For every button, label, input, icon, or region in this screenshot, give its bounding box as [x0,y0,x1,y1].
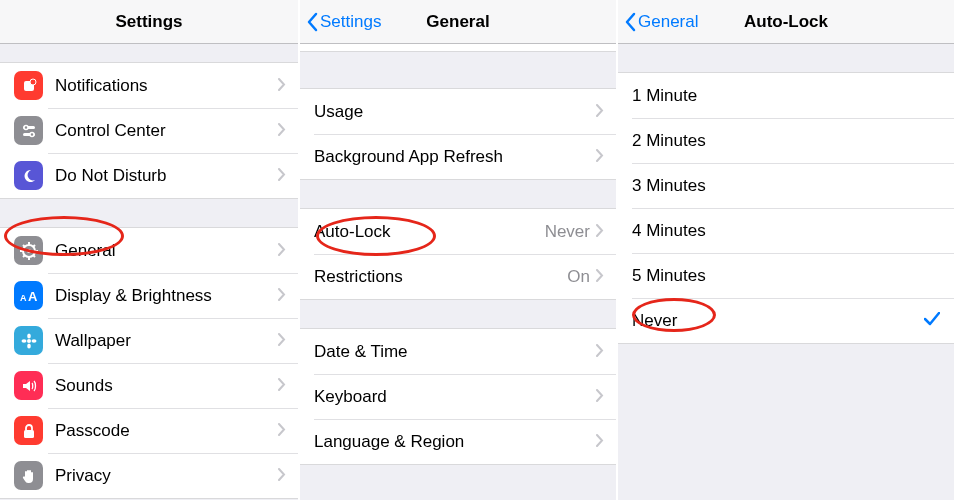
option-4-minutes[interactable]: 4 Minutes [618,208,954,253]
row-label: Display & Brightness [55,286,278,306]
row-privacy[interactable]: Privacy [0,453,298,498]
general-group-2: Auto-Lock Never Restrictions On [300,208,616,300]
chevron-left-icon [624,12,636,32]
row-auto-lock[interactable]: Auto-Lock Never [300,209,616,254]
svg-point-5 [30,132,34,136]
navbar-general: Settings General [300,0,616,44]
general-group-1: Usage Background App Refresh [300,88,616,180]
navbar-autolock: General Auto-Lock [618,0,954,44]
svg-point-22 [31,339,36,343]
nav-title: Settings [115,12,182,32]
svg-rect-23 [24,430,34,438]
svg-text:A: A [28,289,38,303]
row-label: Privacy [55,466,278,486]
row-value: On [567,267,590,287]
chevron-right-icon [596,148,604,166]
row-label: Background App Refresh [314,147,596,167]
svg-line-15 [33,245,35,247]
row-label: Date & Time [314,342,596,362]
row-label: Never [632,311,924,331]
chevron-right-icon [278,77,286,95]
row-label: 1 Minute [632,86,954,106]
row-label: General [55,241,278,261]
chevron-right-icon [278,122,286,140]
svg-point-7 [27,249,31,253]
svg-line-14 [23,255,25,257]
chevron-right-icon [278,332,286,350]
back-label: General [638,12,698,32]
svg-point-20 [27,343,31,348]
svg-text:A: A [20,293,27,303]
option-3-minutes[interactable]: 3 Minutes [618,163,954,208]
row-label: Sounds [55,376,278,396]
chevron-right-icon [278,377,286,395]
general-pane: Settings General Usage Background App Re… [300,0,618,500]
row-keyboard[interactable]: Keyboard [300,374,616,419]
row-display-brightness[interactable]: AA Display & Brightness [0,273,298,318]
chevron-right-icon [596,433,604,451]
nav-title: Auto-Lock [744,12,828,32]
row-label: 4 Minutes [632,221,954,241]
settings-group-1: Notifications Control Center Do Not Dist… [0,62,298,199]
svg-point-21 [21,339,26,343]
row-background-app-refresh[interactable]: Background App Refresh [300,134,616,179]
option-never[interactable]: Never [618,298,954,343]
svg-point-4 [24,125,28,129]
row-sounds[interactable]: Sounds [0,363,298,408]
row-wallpaper[interactable]: Wallpaper [0,318,298,363]
row-label: Language & Region [314,432,596,452]
nav-title: General [426,12,489,32]
option-1-minute[interactable]: 1 Minute [618,73,954,118]
option-2-minutes[interactable]: 2 Minutes [618,118,954,163]
row-usage[interactable]: Usage [300,89,616,134]
row-control-center[interactable]: Control Center [0,108,298,153]
svg-line-13 [33,255,35,257]
control-center-icon [14,116,43,145]
autolock-pane: General Auto-Lock 1 Minute 2 Minutes 3 M… [618,0,954,500]
svg-point-19 [27,333,31,338]
option-5-minutes[interactable]: 5 Minutes [618,253,954,298]
navbar-settings: Settings [0,0,298,44]
row-date-time[interactable]: Date & Time [300,329,616,374]
chevron-right-icon [278,287,286,305]
row-label: Keyboard [314,387,596,407]
row-passcode[interactable]: Passcode [0,408,298,453]
hand-icon [14,461,43,490]
row-language-region[interactable]: Language & Region [300,419,616,464]
chevron-right-icon [596,223,604,241]
back-button[interactable]: Settings [306,0,381,44]
chevron-right-icon [278,167,286,185]
row-label: Passcode [55,421,278,441]
chevron-left-icon [306,12,318,32]
chevron-right-icon [278,242,286,260]
row-label: 3 Minutes [632,176,954,196]
row-label: Notifications [55,76,278,96]
checkmark-icon [924,312,940,330]
back-button[interactable]: General [624,0,698,44]
chevron-right-icon [596,268,604,286]
gear-icon [14,236,43,265]
chevron-right-icon [596,103,604,121]
notifications-icon [14,71,43,100]
row-restrictions[interactable]: Restrictions On [300,254,616,299]
svg-point-18 [27,339,31,343]
row-value: Never [545,222,590,242]
row-notifications[interactable]: Notifications [0,63,298,108]
speaker-icon [14,371,43,400]
moon-icon [14,161,43,190]
row-label: Wallpaper [55,331,278,351]
row-label: Auto-Lock [314,222,545,242]
lock-icon [14,416,43,445]
row-do-not-disturb[interactable]: Do Not Disturb [0,153,298,198]
row-label: 2 Minutes [632,131,954,151]
row-label: Do Not Disturb [55,166,278,186]
settings-pane: Settings Notifications Control Center [0,0,300,500]
row-label: Usage [314,102,596,122]
row-general[interactable]: General [0,228,298,273]
svg-point-1 [30,79,36,85]
row-label: Control Center [55,121,278,141]
autolock-options: 1 Minute 2 Minutes 3 Minutes 4 Minutes 5… [618,72,954,344]
back-label: Settings [320,12,381,32]
row-label: Restrictions [314,267,567,287]
flower-icon [14,326,43,355]
